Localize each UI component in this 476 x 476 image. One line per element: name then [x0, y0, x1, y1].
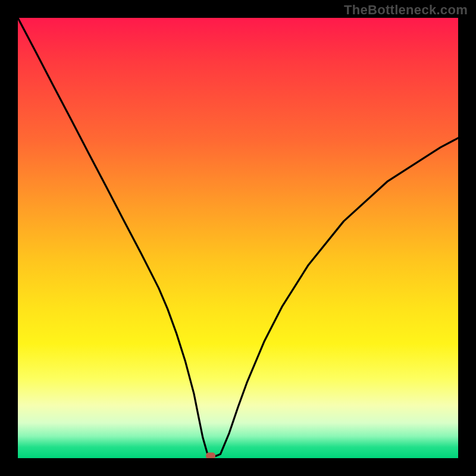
watermark-text: TheBottleneck.com — [344, 2, 468, 18]
chart-frame: TheBottleneck.com — [0, 0, 476, 476]
plot-area — [18, 18, 458, 458]
optimum-marker — [206, 453, 215, 458]
bottleneck-curve — [18, 18, 458, 458]
